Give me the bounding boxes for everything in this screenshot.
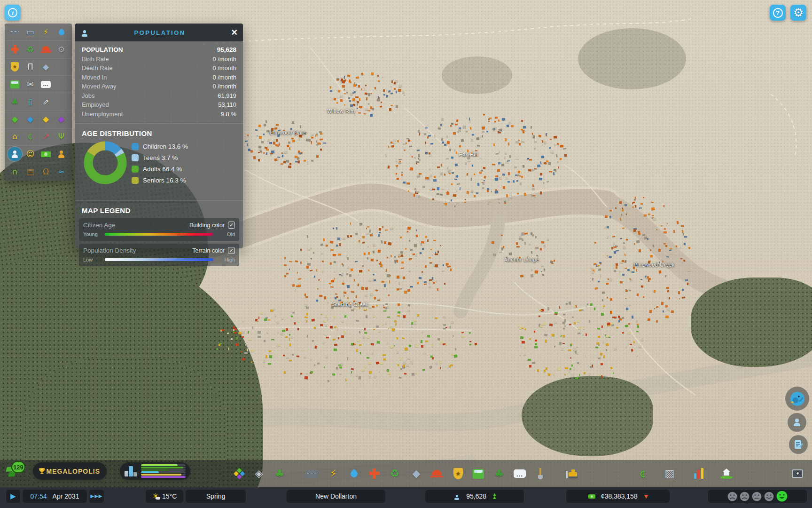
stat-row: Moved Away0 /month	[82, 82, 236, 91]
settings-button[interactable]: ⚙	[790, 5, 806, 21]
population-panel-header: POPULATION ×	[75, 24, 243, 41]
infoview-water-sewage-button[interactable]	[54, 25, 69, 40]
infoview-residential-demand-button[interactable]: ⌂	[8, 129, 22, 144]
infoview-transit-button[interactable]	[8, 77, 22, 92]
infoview-mail-button[interactable]: ✉	[23, 77, 38, 92]
infoview-population-button[interactable]	[8, 147, 22, 161]
terraforming-tool-button[interactable]: ◈	[250, 465, 268, 483]
photo-mode-tool-button[interactable]	[789, 465, 806, 483]
communications-tool-button[interactable]: …	[511, 465, 529, 483]
infoview-garbage-button[interactable]: ♻	[23, 42, 38, 57]
district-label: Anchor Lodge	[504, 257, 539, 262]
parks-recreation-tool-button[interactable]: ♣	[490, 465, 508, 483]
city-name-display[interactable]: New Dollarton	[287, 490, 385, 503]
district-label: Fox Hill	[459, 151, 478, 157]
district-label: Elmwood Dale	[270, 130, 306, 135]
age-legend-item: Adults 66.4 %	[132, 165, 188, 173]
money-display[interactable]: ¢38,383,158 ▼	[566, 490, 670, 503]
play-button[interactable]: ▶	[6, 490, 20, 503]
progress-bars	[141, 464, 186, 478]
city-progress-button[interactable]	[120, 462, 190, 480]
infoview-zones-commercial-button[interactable]: ◆	[23, 112, 38, 127]
infoview-telecom-button[interactable]: …	[39, 77, 53, 92]
weather-display[interactable]: ☀ 15°C	[146, 490, 183, 503]
electricity-tool-button[interactable]: ⚡	[324, 465, 342, 483]
infoview-transport-depot-button[interactable]: ▭	[23, 25, 38, 40]
stat-row: POPULATION95,628	[82, 45, 236, 55]
progress-fill	[141, 471, 159, 473]
police-tool-button[interactable]: ★	[449, 465, 467, 483]
infoview-statistics-trend-button[interactable]: ↗	[39, 129, 53, 144]
zones-tool-button[interactable]	[230, 465, 248, 483]
age-distribution-chart: Children 13.6 %Teens 3.7 %Adults 66.4 %S…	[75, 138, 243, 198]
legend-checkbox[interactable]: ✓	[228, 247, 235, 254]
journal-button[interactable]	[789, 435, 808, 454]
infoview-zones-residential-button[interactable]: ◆	[8, 112, 22, 127]
transportation-tool-button[interactable]	[469, 465, 487, 483]
infoview-zones-industrial-button[interactable]: ◆	[39, 112, 53, 127]
age-legend-label: Children 13.6 %	[143, 143, 188, 150]
game-date: Apr 2031	[53, 492, 79, 500]
water-sewage-icon	[347, 467, 361, 481]
water-sewage-icon	[56, 26, 67, 38]
city-information-icon: ▨	[663, 467, 677, 481]
infoview-roads-button[interactable]	[8, 25, 22, 40]
infoview-parks-button[interactable]: ♣	[8, 95, 22, 109]
infoview-police-button[interactable]: ★	[8, 60, 22, 74]
chirper-button[interactable]	[785, 387, 809, 411]
district-label: Sterling Creek	[333, 302, 369, 307]
stat-row: Employed53,110	[82, 100, 236, 110]
infoview-terrain-button[interactable]: ∩	[8, 165, 22, 179]
electricity-icon: ⚡	[40, 26, 52, 38]
infoview-workplaces-button[interactable]	[54, 147, 69, 161]
economy-tool-button[interactable]: ¢	[634, 465, 652, 483]
demolish-tool-button[interactable]	[563, 465, 581, 483]
water-sewage-tool-button[interactable]	[345, 465, 363, 483]
statistics-tool-button[interactable]	[690, 465, 708, 483]
infoview-fire-rescue-button[interactable]	[39, 42, 53, 57]
close-icon[interactable]: ×	[230, 27, 238, 38]
happiness-display[interactable]	[708, 490, 807, 503]
garbage-tool-button[interactable]: ♻	[386, 465, 404, 483]
infoviews-button[interactable]: i	[5, 5, 21, 21]
infoview-row: ▭⚡	[5, 24, 72, 41]
healthcare-tool-button[interactable]	[366, 465, 383, 483]
infoview-tourism-button[interactable]: ▯	[23, 95, 38, 109]
lifepath-button[interactable]	[788, 413, 806, 432]
infoview-maintenance-button[interactable]: ⚙	[54, 42, 69, 57]
infoview-zones-office-button[interactable]: ◆	[54, 112, 69, 127]
help-button[interactable]: ?	[770, 5, 786, 21]
fire-rescue-tool-button[interactable]	[428, 465, 445, 483]
population-value: 95,628	[466, 492, 486, 500]
education-tool-button[interactable]: ◆	[407, 465, 425, 483]
population-display[interactable]: 95,628 ▲▲	[425, 490, 524, 503]
infoview-administration-button[interactable]: Π	[23, 60, 38, 74]
infoview-healthcare-button[interactable]	[8, 42, 22, 57]
milestone-button[interactable]: MEGALOPOLIS	[33, 462, 107, 480]
photo-mode-icon	[790, 467, 804, 481]
infoview-money-button[interactable]	[39, 147, 53, 161]
clock-time: 07:54	[31, 492, 47, 500]
city-information-tool-button[interactable]: ▨	[661, 465, 679, 483]
legend-checkbox[interactable]: ✓	[228, 222, 235, 229]
xp-level-badge[interactable]: 129	[6, 461, 27, 482]
xp-level-value: 129	[11, 461, 25, 473]
vegetation-tool-button[interactable]: ♣	[271, 465, 289, 483]
progression-tool-button[interactable]	[718, 465, 735, 483]
infoview-land-value-button[interactable]: ¢	[23, 129, 38, 144]
infoview-routes-button[interactable]: ⇗	[39, 95, 53, 109]
infoview-happiness-button[interactable]: ☺	[23, 147, 38, 161]
progress-bar	[141, 469, 186, 471]
info-icon: i	[8, 8, 17, 17]
infoview-education-button[interactable]: ◆	[39, 60, 53, 74]
roads-tool-button[interactable]	[303, 465, 321, 483]
infoview-row: ★Π◆	[5, 58, 72, 76]
infoview-water-pollution-button[interactable]: ≈	[54, 165, 69, 179]
infoview-noise-pollution-button[interactable]: Ω	[39, 165, 53, 179]
landscaping-tool-button[interactable]	[531, 465, 549, 483]
stat-row: Unemployment9.8 %	[82, 110, 236, 119]
infoview-ground-pollution-button[interactable]: ▤	[23, 165, 38, 179]
infoview-electricity-button[interactable]: ⚡	[39, 25, 53, 40]
speed-control[interactable]: ▶▶▶	[89, 490, 104, 503]
infoview-growth-button[interactable]: Ψ	[54, 129, 69, 144]
